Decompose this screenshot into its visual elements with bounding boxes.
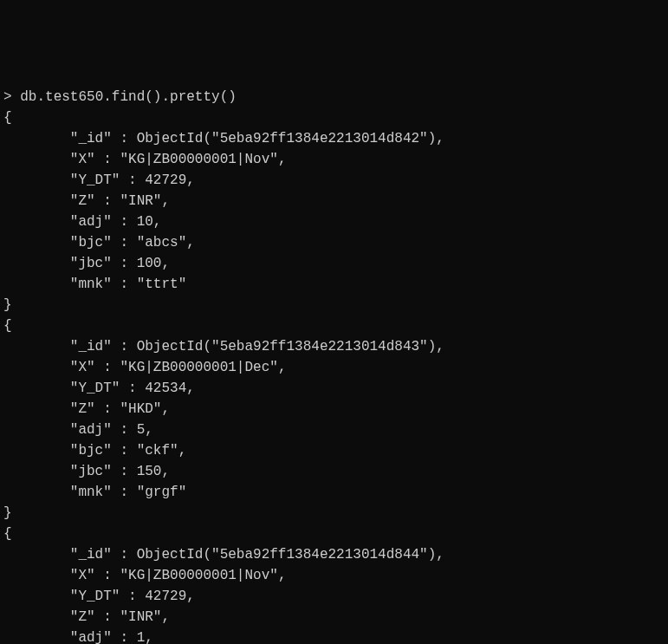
doc-field: "Y_DT" : 42729, [3, 586, 665, 607]
doc-field: "adj" : 5, [3, 420, 665, 440]
doc-field: "_id" : ObjectId("5eba92ff1384e2213014d8… [3, 544, 665, 565]
doc-field: "X" : "KG|ZB00000001|Nov", [3, 149, 665, 170]
brace-open: { [3, 524, 665, 544]
prompt-symbol: > [3, 89, 12, 105]
brace-open: { [3, 315, 665, 336]
doc-field: "adj" : 1, [3, 628, 665, 644]
doc-field: "_id" : ObjectId("5eba92ff1384e2213014d8… [3, 336, 665, 357]
brace-close: } [3, 503, 665, 524]
doc-field: "jbc" : 100, [3, 253, 665, 274]
command-line[interactable]: > db.test650.find().pretty() [3, 87, 665, 107]
doc-field: "Y_DT" : 42534, [3, 378, 665, 399]
brace-open: { [3, 107, 665, 128]
doc-field: "Z" : "INR", [3, 191, 665, 211]
doc-field: "Z" : "HKD", [3, 399, 665, 420]
doc-field: "X" : "KG|ZB00000001|Dec", [3, 357, 665, 378]
doc-field: "jbc" : 150, [3, 461, 665, 482]
doc-field: "mnk" : "grgf" [3, 482, 665, 503]
doc-field: "_id" : ObjectId("5eba92ff1384e2213014d8… [3, 128, 665, 149]
doc-field: "bjc" : "abcs", [3, 232, 665, 253]
doc-field: "mnk" : "ttrt" [3, 274, 665, 295]
command-text: db.test650.find().pretty() [20, 89, 237, 105]
doc-field: "bjc" : "ckf", [3, 440, 665, 461]
doc-field: "X" : "KG|ZB00000001|Nov", [3, 565, 665, 586]
doc-field: "Z" : "INR", [3, 607, 665, 628]
terminal-output: > db.test650.find().pretty(){ "_id" : Ob… [3, 87, 665, 644]
brace-close: } [3, 295, 665, 315]
doc-field: "adj" : 10, [3, 211, 665, 232]
doc-field: "Y_DT" : 42729, [3, 170, 665, 191]
